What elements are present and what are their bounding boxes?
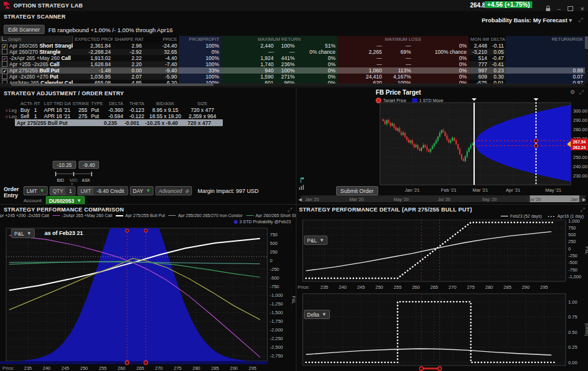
graph-checkbox[interactable]	[2, 61, 7, 67]
svg-text:250: 250	[375, 284, 383, 290]
graph-checkbox[interactable]: ✓	[2, 44, 7, 49]
quantity-stepper[interactable]: QTY1	[50, 186, 76, 195]
advanced-button[interactable]: Advanced⊕	[155, 186, 192, 195]
svg-text:260: 260	[118, 365, 126, 371]
svg-text:May '21: May '21	[545, 187, 561, 193]
svg-text:-1,750: -1,750	[270, 318, 283, 324]
leg-cell: 2,359 x 964	[184, 113, 220, 119]
leg-row[interactable]: xLeg 2Sell1APR 16 '21275Put-0.594-0.1221…	[0, 113, 223, 119]
leg-cell: APR 16 '21	[42, 107, 71, 113]
detail-expand-icon[interactable]: ⤢	[581, 207, 585, 213]
leg-cell: Put	[89, 107, 104, 113]
remove-leg-icon[interactable]: x	[6, 114, 8, 119]
column-header[interactable]: EXPECTED PROFIT	[73, 36, 113, 43]
remove-leg-icon[interactable]: x	[6, 108, 8, 113]
cell-12: -0.41	[489, 61, 506, 67]
maximize-icon[interactable]	[568, 6, 573, 11]
svg-text:Mar '21: Mar '21	[473, 187, 488, 193]
target-price-handle[interactable]	[534, 139, 537, 142]
svg-text:-750: -750	[270, 284, 279, 289]
column-header[interactable]: SHARPE RATIO	[113, 36, 144, 43]
detail-pnl-mode-dropdown[interactable]: P&L▼	[304, 236, 327, 245]
svg-text:-1,000: -1,000	[270, 292, 283, 298]
scanner-vscrollbar[interactable]	[585, 36, 588, 83]
limit-price-field[interactable]: LMT-9.40 Credit	[77, 186, 128, 195]
range-handle[interactable]	[125, 361, 129, 365]
graph-checkbox[interactable]: ✓	[2, 69, 7, 74]
cell-13	[506, 61, 585, 67]
range-handle[interactable]	[144, 361, 148, 365]
cell-10: 100% chance	[413, 49, 469, 55]
scanner-row[interactable]: ✓Apr 275/255 Bull Put-1.480.00-9.4033%94…	[0, 67, 585, 74]
svg-text:P&L: P&L	[585, 246, 588, 254]
tif-dropdown[interactable]: DAY▼	[130, 186, 154, 195]
svg-text:◀: ◀	[298, 197, 302, 202]
cell-5: 1,740	[221, 61, 275, 67]
svg-text:750: 750	[270, 232, 278, 237]
leg-row[interactable]: xLeg 1Buy1APR 16 '21255Put-0.360-0.1238.…	[0, 107, 223, 113]
order-entry-row: LMT▼ QTY1 LMT-9.40 Credit DAY▼ Advanced⊕…	[24, 186, 259, 195]
bid-price-button[interactable]: -10.25	[53, 161, 76, 169]
cell-0: ✓-2xApr 265 +May 260 Call	[0, 55, 73, 61]
scanner-row[interactable]: ✓-2xApr 265 +May 260 Call1,913.022.22-4.…	[0, 55, 585, 61]
detail-range-handle[interactable]	[420, 367, 423, 370]
svg-text:270: 270	[155, 365, 163, 371]
chevron-down-icon: ▼	[40, 188, 45, 194]
svg-text:Mar '20: Mar '20	[350, 197, 364, 202]
cell-4: 100%	[179, 61, 221, 67]
comparison-expand-icon[interactable]: ⤢	[288, 207, 292, 213]
bar-chart-icon	[301, 186, 302, 190]
cell-10: 0%	[413, 74, 469, 80]
target-price-handle[interactable]	[534, 144, 537, 147]
summary-cell: -0.001	[119, 120, 141, 126]
cell-13	[506, 55, 585, 61]
detail-delta-mode-dropdown[interactable]: Delta▼	[304, 310, 330, 319]
column-header[interactable]: MAXIMUM LOSS	[337, 36, 469, 43]
edit-scanner-button[interactable]: Edit Scanner	[4, 25, 45, 34]
scanner-expand-icon[interactable]: ⤢	[579, 17, 583, 23]
leg-cell: -0.594	[104, 113, 125, 119]
price-target-panel: FB Price Target ⚙ ⤢ Target Price 1 STD M…	[296, 87, 588, 205]
column-header[interactable]: DELTA	[489, 36, 506, 43]
legend-item: Apr 275/255 Bull Put	[116, 213, 165, 218]
graph-checkbox[interactable]	[2, 49, 7, 54]
leg-cell: 1	[32, 107, 42, 113]
scanner-row[interactable]: Apr -2x260 +270 Put1,036.952.07-5.90100%…	[0, 74, 585, 80]
column-header[interactable]: MGN IMP	[469, 36, 489, 43]
scanner-hscrollbar[interactable]	[0, 83, 585, 86]
svg-text:280: 280	[192, 365, 201, 371]
graph-checkbox[interactable]: ✓	[2, 56, 7, 61]
scanner-table: GraphEXPECTED PROFITSHARPE RATIOPRICEPRO…	[0, 36, 585, 86]
legs-column-header: BID/ASK	[146, 100, 184, 107]
column-header[interactable]: Graph	[0, 36, 73, 43]
svg-text:250.00: 250.00	[573, 155, 587, 160]
cell-10: 0%	[413, 43, 469, 49]
detail-range-handle[interactable]	[438, 367, 441, 370]
submit-order-button[interactable]: Submit Order	[336, 186, 378, 195]
comparison-mode-dropdown[interactable]: P&L▼	[11, 229, 35, 238]
scanner-row[interactable]: Apr 260/270 Strangle-2,268.24-2.9232.650…	[0, 49, 585, 55]
leg-cell: -0.122	[125, 113, 146, 119]
probability-basis-label: Probability Basis: My Forecast	[482, 17, 567, 23]
cell-8: —	[337, 43, 384, 49]
order-type-dropdown[interactable]: LMT▼	[24, 186, 48, 195]
bid-ask-slider[interactable]: BIDMIDASK	[54, 171, 93, 184]
column-header[interactable]: RETURN/RISK	[506, 36, 585, 43]
scanner-row[interactable]: Apr +255 -2x265 Call1,628.842.20-7.40100…	[0, 61, 585, 67]
ask-price-button[interactable]: -9.40	[79, 161, 99, 169]
column-header[interactable]: PRICE	[144, 36, 179, 43]
graph-checkbox[interactable]	[2, 74, 7, 79]
column-header[interactable]: MAXIMUM RETURN	[221, 36, 337, 43]
detail-chart: 1,0007505002500-250-500-750-1,0001.000.7…	[296, 220, 588, 371]
dotted-line-icon: •••	[548, 215, 555, 218]
strategy-summary-row[interactable]: Apr 275/255 Bull Put0.235-0.001-10.25 x …	[15, 119, 223, 126]
column-header[interactable]: PROBPROFIT	[179, 36, 221, 43]
cell-6: 441%	[275, 55, 296, 61]
cell-5: —	[221, 49, 275, 55]
graph-icon	[2, 36, 7, 41]
svg-text:Nov '20: Nov '20	[527, 197, 542, 202]
probability-basis-dropdown[interactable]: Probability Basis: My Forecast ▾	[482, 17, 572, 23]
scanner-row[interactable]: ✓Apr 260/265 Short Strangle2,361.842.96-…	[0, 43, 585, 49]
svg-text:-750: -750	[568, 267, 577, 273]
chevron-down-icon: ▼	[145, 188, 150, 194]
